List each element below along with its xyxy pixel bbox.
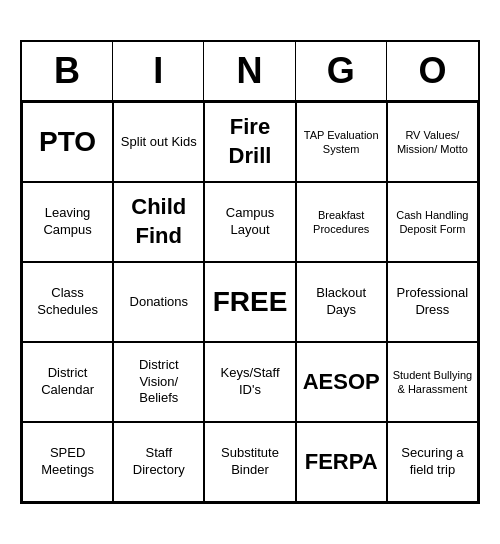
header-letter-b: B [22, 42, 113, 100]
bingo-card: BINGO PTOSplit out KidsFire DrillTAP Eva… [20, 40, 480, 504]
bingo-cell-3: TAP Evaluation System [296, 102, 387, 182]
bingo-cell-17: Keys/Staff ID's [204, 342, 295, 422]
bingo-cell-16: District Vision/ Beliefs [113, 342, 204, 422]
bingo-cell-5: Leaving Campus [22, 182, 113, 262]
bingo-grid: PTOSplit out KidsFire DrillTAP Evaluatio… [22, 102, 478, 502]
bingo-cell-19: Student Bullying & Harassment [387, 342, 478, 422]
bingo-cell-11: Donations [113, 262, 204, 342]
bingo-cell-1: Split out Kids [113, 102, 204, 182]
bingo-cell-7: Campus Layout [204, 182, 295, 262]
bingo-cell-15: District Calendar [22, 342, 113, 422]
bingo-cell-8: Breakfast Procedures [296, 182, 387, 262]
bingo-cell-20: SPED Meetings [22, 422, 113, 502]
bingo-cell-6: Child Find [113, 182, 204, 262]
bingo-cell-4: RV Values/ Mission/ Motto [387, 102, 478, 182]
bingo-cell-0: PTO [22, 102, 113, 182]
header-letter-n: N [204, 42, 295, 100]
bingo-cell-24: Securing a field trip [387, 422, 478, 502]
bingo-cell-2: Fire Drill [204, 102, 295, 182]
header-letter-g: G [296, 42, 387, 100]
bingo-cell-13: Blackout Days [296, 262, 387, 342]
bingo-cell-12: FREE [204, 262, 295, 342]
bingo-header: BINGO [22, 42, 478, 102]
bingo-cell-23: FERPA [296, 422, 387, 502]
header-letter-i: I [113, 42, 204, 100]
bingo-cell-18: AESOP [296, 342, 387, 422]
bingo-cell-21: Staff Directory [113, 422, 204, 502]
bingo-cell-14: Professional Dress [387, 262, 478, 342]
bingo-cell-10: Class Schedules [22, 262, 113, 342]
header-letter-o: O [387, 42, 478, 100]
bingo-cell-22: Substitute Binder [204, 422, 295, 502]
bingo-cell-9: Cash Handling Deposit Form [387, 182, 478, 262]
